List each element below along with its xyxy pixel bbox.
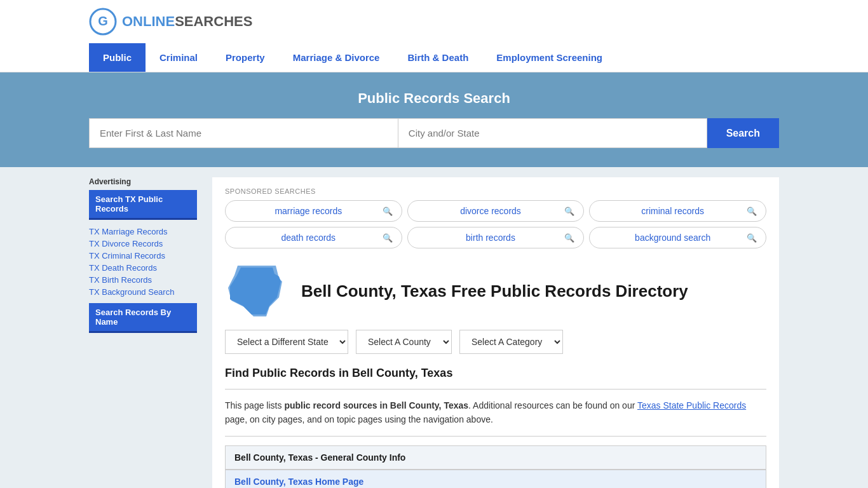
body-text-2: . Additional resources can be found on o… xyxy=(468,400,637,410)
name-input[interactable] xyxy=(89,118,398,148)
accordion-item-homepage: Bell County, Texas Home Page xyxy=(225,470,766,488)
sponsored-link-birth[interactable]: birth records xyxy=(417,233,565,243)
sponsored-link-divorce[interactable]: divorce records xyxy=(417,206,565,216)
sponsored-item-criminal[interactable]: criminal records 🔍 xyxy=(589,200,766,222)
page-header: Bell County, Texas Free Public Records D… xyxy=(225,262,766,320)
accordion-item-general: Bell County, Texas - General County Info xyxy=(225,445,766,470)
search-icon-birth: 🔍 xyxy=(564,233,574,243)
sponsored-item-birth[interactable]: birth records 🔍 xyxy=(407,227,585,248)
search-button[interactable]: Search xyxy=(707,118,779,148)
divider-2 xyxy=(225,436,766,437)
sidebar-item-criminal[interactable]: TX Criminal Records xyxy=(89,250,197,261)
logo-icon: G xyxy=(89,8,117,36)
nav-link-employment[interactable]: Employment Screening xyxy=(482,43,616,72)
main-wrap: Advertising Search TX Public Records TX … xyxy=(0,167,868,488)
page-title: Bell County, Texas Free Public Records D… xyxy=(301,281,688,301)
sponsored-link-criminal[interactable]: criminal records xyxy=(599,206,747,216)
body-text-3: page, on city pages, and on topic pages … xyxy=(225,414,493,424)
search-icon-background: 🔍 xyxy=(747,233,757,243)
header: G ONLINESEARCHES xyxy=(0,0,868,43)
nav-item-birth[interactable]: Birth & Death xyxy=(393,43,482,72)
search-tx-button[interactable]: Search TX Public Records xyxy=(89,190,197,220)
state-dropdown[interactable]: Select a Different State xyxy=(225,330,348,354)
search-icon-criminal: 🔍 xyxy=(747,207,757,216)
find-title: Find Public Records in Bell County, Texa… xyxy=(225,367,766,380)
sponsored-link-marriage[interactable]: marriage records xyxy=(234,206,383,216)
nav-item-property[interactable]: Property xyxy=(212,43,279,72)
search-icon-marriage: 🔍 xyxy=(383,207,393,216)
sponsored-item-background[interactable]: background search 🔍 xyxy=(589,227,766,248)
sidebar-item-death[interactable]: TX Death Records xyxy=(89,262,197,273)
sidebar-item-background[interactable]: TX Background Search xyxy=(89,287,197,297)
texas-records-link[interactable]: Texas State Public Records xyxy=(637,400,746,410)
content-area: SPONSORED SEARCHES marriage records 🔍 di… xyxy=(212,177,779,488)
search-hero: Public Records Search Search xyxy=(0,72,868,167)
search-bar: Search xyxy=(89,118,779,148)
logo-text: ONLINESEARCHES xyxy=(122,13,252,30)
city-input[interactable] xyxy=(398,118,707,148)
accordion-header-general[interactable]: Bell County, Texas - General County Info xyxy=(226,446,766,470)
body-bold: public record sources in Bell County, Te… xyxy=(284,400,468,410)
category-dropdown[interactable]: Select A Category xyxy=(459,330,563,354)
search-icon-death: 🔍 xyxy=(383,233,393,243)
sponsored-item-marriage[interactable]: marriage records 🔍 xyxy=(225,200,402,222)
sponsored-grid: marriage records 🔍 divorce records 🔍 cri… xyxy=(225,200,766,248)
search-icon-divorce: 🔍 xyxy=(564,207,574,216)
sponsored-label: SPONSORED SEARCHES xyxy=(225,187,766,195)
nav-link-criminal[interactable]: Criminal xyxy=(146,43,212,72)
nav-link-property[interactable]: Property xyxy=(212,43,279,72)
sidebar-item-marriage[interactable]: TX Marriage Records xyxy=(89,226,197,236)
accordion-label-homepage: Bell County, Texas Home Page xyxy=(234,477,363,487)
search-by-name-button[interactable]: Search Records By Name xyxy=(89,303,197,333)
hero-title: Public Records Search xyxy=(89,90,779,107)
accordion-label-general: Bell County, Texas - General County Info xyxy=(234,452,405,463)
divider-1 xyxy=(225,389,766,390)
sidebar-links: TX Marriage Records TX Divorce Records T… xyxy=(89,226,197,297)
svg-text:G: G xyxy=(98,14,108,28)
advertising-label: Advertising xyxy=(89,177,197,186)
sponsored-item-death[interactable]: death records 🔍 xyxy=(225,227,402,248)
county-dropdown[interactable]: Select A County xyxy=(356,330,452,354)
nav-item-marriage[interactable]: Marriage & Divorce xyxy=(279,43,394,72)
sidebar-item-birth[interactable]: TX Birth Records xyxy=(89,274,197,285)
nav-item-criminal[interactable]: Criminal xyxy=(146,43,212,72)
sidebar: Advertising Search TX Public Records TX … xyxy=(89,177,197,488)
nav-item-public[interactable]: Public xyxy=(89,43,146,72)
texas-map-icon xyxy=(225,262,288,320)
logo: G ONLINESEARCHES xyxy=(89,8,252,36)
accordion-header-homepage[interactable]: Bell County, Texas Home Page xyxy=(226,470,766,488)
main-nav: Public Criminal Property Marriage & Divo… xyxy=(0,43,868,72)
nav-link-birth[interactable]: Birth & Death xyxy=(393,43,482,72)
body-text: This page lists public record sources in… xyxy=(225,398,766,427)
dropdowns-row: Select a Different State Select A County… xyxy=(225,330,766,354)
body-text-1: This page lists xyxy=(225,400,284,410)
sidebar-item-divorce[interactable]: TX Divorce Records xyxy=(89,238,197,248)
nav-link-marriage[interactable]: Marriage & Divorce xyxy=(279,43,394,72)
nav-link-public[interactable]: Public xyxy=(89,43,146,72)
nav-item-employment[interactable]: Employment Screening xyxy=(482,43,616,72)
sponsored-item-divorce[interactable]: divorce records 🔍 xyxy=(407,200,585,222)
sponsored-link-background[interactable]: background search xyxy=(599,233,747,243)
sponsored-link-death[interactable]: death records xyxy=(234,233,383,243)
